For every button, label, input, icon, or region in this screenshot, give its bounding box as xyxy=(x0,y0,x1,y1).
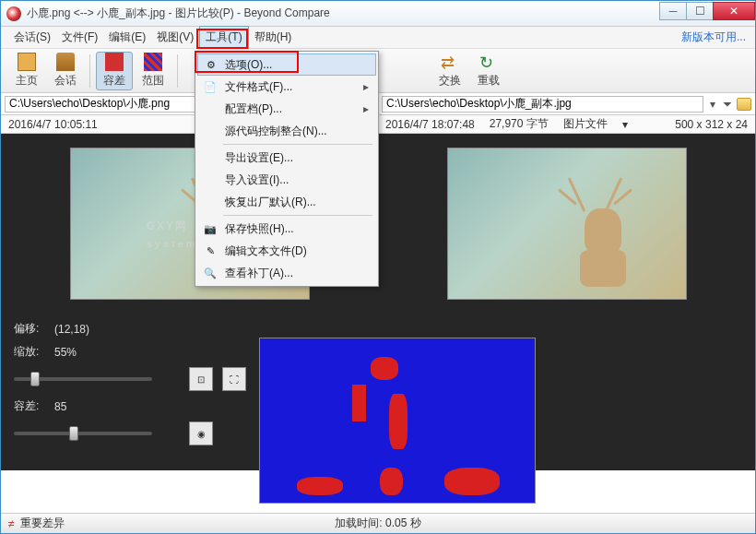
tolerance-mode-button[interactable]: ◉ xyxy=(189,421,213,445)
right-type: 图片文件 xyxy=(563,116,608,132)
tools-dropdown: ⚙选项(O)... 📄文件格式(F)...▸ 配置档(P)...▸ 源代码控制整… xyxy=(195,51,379,287)
menu-options[interactable]: ⚙选项(O)... xyxy=(197,53,376,76)
zoom-slider[interactable] xyxy=(14,377,152,381)
right-path-dropdown[interactable]: ▾ xyxy=(707,97,718,112)
statusbar: ≠ 重要差异 加载时间: 0.05 秒 xyxy=(1,513,755,533)
session-button[interactable]: 会话 xyxy=(47,52,84,90)
right-history-button[interactable]: ⏷ xyxy=(722,97,733,112)
right-dimensions: 500 x 312 x 24 xyxy=(675,118,748,131)
menu-viewpatch[interactable]: 🔍查看补丁(A)... xyxy=(197,262,376,284)
menu-exportset[interactable]: 导出设置(E)... xyxy=(197,147,376,169)
tolerance-label: 容差: xyxy=(14,398,45,414)
tolerance-value: 85 xyxy=(54,400,66,413)
menu-view[interactable]: 视图(V) xyxy=(151,27,199,48)
menubar: 会话(S) 文件(F) 编辑(E) 视图(V) 工具(T) 帮助(H) 新版本可… xyxy=(1,27,755,49)
menu-edittxt[interactable]: ✎编辑文本文件(D) xyxy=(197,240,376,262)
zoom-label: 缩放: xyxy=(14,344,45,360)
gear-icon: ⚙ xyxy=(204,57,219,72)
offset-value: (12,18) xyxy=(54,323,89,336)
swap-button[interactable]: ⇄交换 xyxy=(431,52,468,90)
status-diff: 重要差异 xyxy=(20,516,65,531)
menu-profile[interactable]: 配置档(P)...▸ xyxy=(197,98,376,120)
menu-importset[interactable]: 导入设置(I)... xyxy=(197,169,376,191)
offset-label: 偏移: xyxy=(14,321,45,337)
camera-icon: 📷 xyxy=(203,221,218,236)
new-version-link[interactable]: 新版本可用... xyxy=(681,30,746,45)
file-icon: 📄 xyxy=(203,79,218,94)
menu-srcctrl[interactable]: 源代码控制整合(N)... xyxy=(197,120,376,142)
app-icon xyxy=(6,6,21,21)
diff-indicator-icon: ≠ xyxy=(8,517,15,530)
zoom-value: 55% xyxy=(54,346,77,359)
reload-button[interactable]: ↻重载 xyxy=(470,52,507,90)
menu-help[interactable]: 帮助(H) xyxy=(249,27,298,48)
status-loadtime: 加载时间: 0.05 秒 xyxy=(335,516,420,531)
chevron-right-icon: ▸ xyxy=(363,102,369,115)
right-browse-button[interactable] xyxy=(737,98,751,111)
maximize-button[interactable]: ☐ xyxy=(686,2,714,20)
chevron-right-icon: ▸ xyxy=(363,80,369,93)
search-icon: 🔍 xyxy=(203,266,218,280)
right-path-input[interactable] xyxy=(382,96,703,113)
menu-fileformat[interactable]: 📄文件格式(F)...▸ xyxy=(197,76,376,98)
window-buttons: ─ ☐ ✕ xyxy=(660,2,755,22)
right-size: 27,970 字节 xyxy=(490,116,549,132)
tolerance-button[interactable]: 容差 xyxy=(96,52,133,90)
close-button[interactable]: ✕ xyxy=(713,2,755,20)
diff-view[interactable] xyxy=(259,338,536,504)
menu-tools[interactable]: 工具(T) xyxy=(199,26,248,49)
menu-edit[interactable]: 编辑(E) xyxy=(103,27,151,48)
right-image-pane[interactable] xyxy=(378,134,755,314)
menu-file[interactable]: 文件(F) xyxy=(56,27,103,48)
window-title: 小鹿.png <--> 小鹿_副本.jpg - 图片比较(P) - Beyond… xyxy=(27,6,660,21)
range-button[interactable]: 范围 xyxy=(135,52,171,90)
fit-button[interactable]: ⊡ xyxy=(189,367,213,391)
tolerance-slider[interactable] xyxy=(14,432,152,435)
menu-savesnap[interactable]: 📷保存快照(H)... xyxy=(197,218,376,240)
actual-size-button[interactable]: ⛶ xyxy=(222,367,246,391)
menu-session[interactable]: 会话(S) xyxy=(8,27,56,48)
menu-restoredef[interactable]: 恢复出厂默认(R)... xyxy=(197,191,376,213)
edit-icon: ✎ xyxy=(203,243,218,258)
right-date: 2016/4/7 18:07:48 xyxy=(385,118,475,131)
minimize-button[interactable]: ─ xyxy=(659,2,687,20)
titlebar: 小鹿.png <--> 小鹿_副本.jpg - 图片比较(P) - Beyond… xyxy=(1,1,755,27)
left-date: 2016/4/7 10:05:11 xyxy=(8,118,98,131)
home-button[interactable]: 主页 xyxy=(8,52,45,90)
